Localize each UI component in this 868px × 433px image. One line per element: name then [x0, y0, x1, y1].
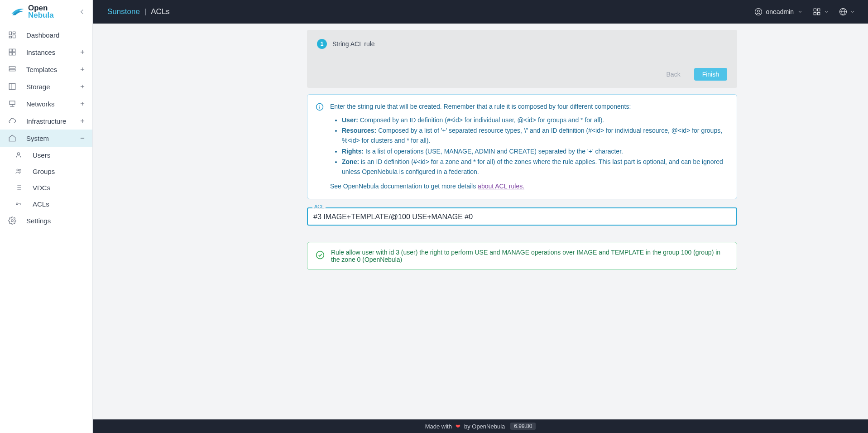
user-circle-icon: [754, 8, 762, 16]
storage-icon: [6, 82, 18, 91]
sidebar-item-infrastructure[interactable]: Infrastructure: [0, 112, 92, 130]
sidebar-item-label: Networks: [26, 100, 71, 108]
sidebar-item-label: Settings: [26, 217, 71, 225]
sidebar-item-label: Storage: [26, 83, 71, 91]
sidebar-subitem-acls[interactable]: ACLs: [6, 196, 86, 212]
logo[interactable]: OpenNebula: [10, 5, 54, 19]
info-item-zone: Zone: is an ID definition (#<id> for a z…: [342, 157, 729, 177]
footer-version: 6.99.80: [510, 423, 536, 430]
breadcrumb-app[interactable]: Sunstone: [107, 7, 140, 16]
footer-by: by OpenNebula: [464, 423, 505, 430]
info-item-resources: Resources: Composed by a list of '+' sep…: [342, 126, 729, 145]
info-item-rights: Rights: Is a list of operations (USE, MA…: [342, 147, 729, 157]
svg-point-28: [19, 169, 21, 171]
zone-menu-button[interactable]: [839, 8, 855, 16]
sidebar-item-label: VDCs: [33, 184, 50, 192]
svg-point-40: [757, 10, 759, 12]
plus-icon: [79, 83, 86, 90]
svg-point-39: [755, 9, 762, 15]
svg-rect-4: [9, 49, 12, 52]
svg-rect-10: [9, 67, 15, 68]
sidebar-item-system[interactable]: System: [0, 130, 92, 147]
svg-point-50: [319, 105, 320, 106]
sidebar-item-label: System: [26, 135, 71, 142]
svg-rect-18: [10, 101, 15, 105]
chevron-down-icon: [850, 9, 855, 14]
svg-rect-43: [814, 13, 816, 15]
logo-row: OpenNebula: [0, 0, 92, 24]
sidebar-item-settings[interactable]: Settings: [0, 212, 92, 229]
grid-icon: [6, 48, 18, 56]
logo-text: OpenNebula: [28, 5, 54, 19]
sidebar-item-templates[interactable]: Templates: [0, 61, 92, 78]
sidebar-subitem-users[interactable]: Users: [6, 147, 86, 163]
collapse-sidebar-button[interactable]: [78, 8, 86, 16]
svg-rect-42: [818, 9, 820, 11]
chevron-down-icon: [797, 9, 803, 14]
breadcrumb-page: ACLs: [151, 7, 170, 16]
sidebar-item-label: Groups: [33, 168, 55, 175]
breadcrumb: Sunstone | ACLs: [107, 7, 170, 16]
svg-rect-1: [13, 32, 15, 34]
cloud-icon: [6, 117, 18, 125]
users-icon: [13, 168, 24, 175]
sidebar-item-networks[interactable]: Networks: [0, 95, 92, 112]
back-button[interactable]: Back: [658, 68, 689, 81]
finish-button[interactable]: Finish: [694, 68, 727, 81]
svg-rect-41: [814, 9, 816, 11]
minus-icon: [79, 135, 86, 141]
svg-rect-14: [9, 83, 15, 90]
footer: Made with ❤ by OpenNebula 6.99.80: [93, 419, 868, 433]
about-acl-rules-link[interactable]: about ACL rules.: [478, 183, 524, 190]
topbar-right: oneadmin: [754, 8, 856, 16]
info-item-user: User: Composed by an ID definition (#<id…: [342, 115, 729, 125]
chevron-down-icon: [824, 9, 829, 14]
success-box: Rule allow user with id 3 (user) the rig…: [307, 242, 737, 270]
plus-icon: [79, 118, 86, 124]
sidebar-item-label: Instances: [26, 48, 71, 56]
acl-input[interactable]: [307, 207, 737, 226]
main: Sunstone | ACLs oneadmin: [93, 0, 868, 433]
apps-menu-button[interactable]: [813, 8, 829, 16]
plus-icon: [79, 49, 86, 55]
list-icon: [13, 184, 24, 191]
sidebar-item-instances[interactable]: Instances: [0, 43, 92, 61]
success-text: Rule allow user with id 3 (user) the rig…: [331, 249, 729, 263]
footer-made: Made with: [425, 423, 452, 430]
user-menu-button[interactable]: oneadmin: [754, 8, 803, 16]
sidebar-item-label: Infrastructure: [26, 117, 71, 125]
plus-icon: [79, 101, 86, 107]
apps-grid-icon: [813, 8, 821, 16]
content: 1 String ACL rule Back Finish Enter the …: [93, 24, 868, 419]
check-circle-icon: [316, 250, 325, 261]
svg-rect-7: [13, 53, 15, 55]
sidebar: OpenNebula Dashboard Instances Templates: [0, 0, 93, 433]
topbar: Sunstone | ACLs oneadmin: [93, 0, 868, 24]
svg-point-51: [317, 251, 324, 259]
templates-icon: [6, 65, 18, 73]
sidebar-item-label: Users: [33, 151, 50, 159]
sidebar-subitem-vdcs[interactable]: VDCs: [6, 179, 86, 196]
info-intro: Enter the string rule that will be creat…: [330, 102, 729, 112]
acl-field-label: ACL: [312, 204, 326, 209]
system-submenu: Users Groups VDCs ACLs: [0, 147, 92, 212]
plus-icon: [79, 66, 86, 72]
sidebar-item-label: Templates: [26, 66, 71, 73]
sidebar-subitem-groups[interactable]: Groups: [6, 163, 86, 179]
svg-point-26: [17, 153, 19, 155]
sidebar-item-label: Dashboard: [26, 31, 71, 39]
info-body: Enter the string rule that will be creat…: [330, 102, 729, 192]
network-icon: [6, 100, 18, 108]
heart-icon: ❤: [456, 423, 460, 430]
nav: Dashboard Instances Templates Storage Ne: [0, 24, 92, 229]
sidebar-item-label: ACLs: [33, 200, 49, 208]
step-title: String ACL rule: [332, 40, 375, 48]
svg-point-27: [17, 169, 19, 171]
svg-rect-3: [9, 36, 11, 38]
opennebula-logo-icon: [10, 5, 25, 19]
sidebar-item-storage[interactable]: Storage: [0, 78, 92, 95]
info-icon: [316, 103, 324, 192]
sidebar-item-dashboard[interactable]: Dashboard: [0, 26, 92, 43]
breadcrumb-sep: |: [144, 7, 146, 16]
svg-rect-5: [13, 49, 15, 52]
